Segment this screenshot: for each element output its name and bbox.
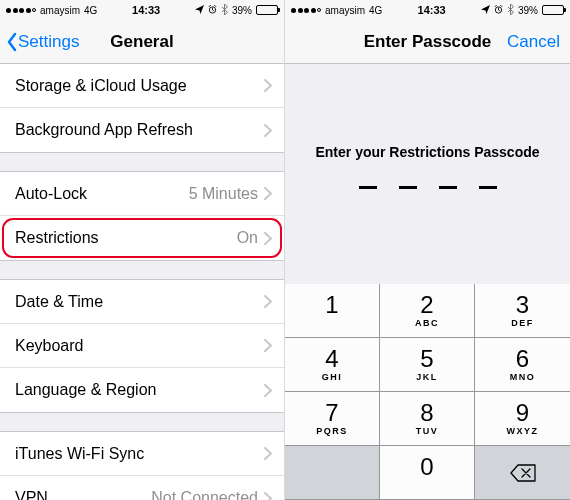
key-letters: PQRS	[316, 426, 348, 436]
keypad-key-1[interactable]: 1	[285, 284, 380, 338]
settings-cell[interactable]: VPNNot Connected	[0, 476, 284, 500]
chevron-right-icon	[264, 492, 272, 501]
key-number: 6	[516, 347, 529, 371]
key-number: 5	[420, 347, 433, 371]
settings-group: Auto-Lock5 MinutesRestrictionsOn	[0, 171, 284, 261]
chevron-right-icon	[264, 79, 272, 92]
carrier-label: amaysim	[40, 5, 80, 16]
nav-bar: Settings General	[0, 20, 284, 64]
nav-bar: Enter Passcode Cancel	[285, 20, 570, 64]
key-number: 2	[420, 293, 433, 317]
keypad-key-5[interactable]: 5JKL	[380, 338, 475, 392]
network-label: 4G	[369, 5, 382, 16]
signal-dots-icon	[6, 8, 36, 13]
alarm-icon	[494, 4, 503, 16]
chevron-right-icon	[264, 384, 272, 397]
chevron-right-icon	[264, 124, 272, 137]
key-letters: TUV	[416, 426, 439, 436]
settings-cell[interactable]: Language & Region	[0, 368, 284, 412]
keypad-key-6[interactable]: 6MNO	[475, 338, 570, 392]
keypad-key-3[interactable]: 3DEF	[475, 284, 570, 338]
chevron-right-icon	[264, 187, 272, 200]
key-letters: ABC	[415, 318, 439, 328]
bluetooth-icon	[221, 4, 228, 17]
key-number: 8	[420, 401, 433, 425]
key-letters: DEF	[511, 318, 534, 328]
key-letters: JKL	[416, 372, 438, 382]
settings-cell[interactable]: RestrictionsOn	[0, 216, 284, 260]
battery-icon	[256, 5, 278, 15]
keypad-key-7[interactable]: 7PQRS	[285, 392, 380, 446]
carrier-label: amaysim	[325, 5, 365, 16]
settings-cell[interactable]: Keyboard	[0, 324, 284, 368]
cell-detail: Not Connected	[151, 489, 258, 500]
settings-cell[interactable]: Date & Time	[0, 280, 284, 324]
keypad-blank	[285, 446, 380, 500]
passcode-field	[285, 186, 570, 189]
keypad-key-9[interactable]: 9WXYZ	[475, 392, 570, 446]
passcode-prompt: Enter your Restrictions Passcode	[285, 144, 570, 160]
keypad-key-4[interactable]: 4GHI	[285, 338, 380, 392]
backspace-icon	[510, 464, 536, 482]
chevron-left-icon	[6, 32, 18, 52]
back-button[interactable]: Settings	[6, 32, 79, 52]
status-bar: amaysim 4G 14:33 39%	[285, 0, 570, 20]
battery-percent: 39%	[518, 5, 538, 16]
key-number: 0	[420, 455, 433, 479]
settings-cell[interactable]: Background App Refresh	[0, 108, 284, 152]
alarm-icon	[208, 4, 217, 16]
settings-group: iTunes Wi-Fi SyncVPNNot Connected	[0, 431, 284, 500]
cell-label: Restrictions	[15, 229, 99, 247]
cancel-button[interactable]: Cancel	[507, 32, 560, 52]
passcode-dash	[479, 186, 497, 189]
key-letters: GHI	[322, 372, 343, 382]
clock-label: 14:33	[418, 4, 446, 16]
chevron-right-icon	[264, 339, 272, 352]
key-number: 3	[516, 293, 529, 317]
clock-label: 14:33	[132, 4, 160, 16]
chevron-right-icon	[264, 295, 272, 308]
phone-passcode: amaysim 4G 14:33 39% Enter Passcode Ca	[285, 0, 570, 500]
key-number: 7	[325, 401, 338, 425]
keypad-delete[interactable]	[475, 446, 570, 500]
location-icon	[481, 4, 490, 16]
passcode-dash	[439, 186, 457, 189]
status-bar: amaysim 4G 14:33 39%	[0, 0, 284, 20]
keypad-key-2[interactable]: 2ABC	[380, 284, 475, 338]
cell-label: Storage & iCloud Usage	[15, 77, 187, 95]
settings-group: Date & TimeKeyboardLanguage & Region	[0, 279, 284, 413]
settings-cell[interactable]: Auto-Lock5 Minutes	[0, 172, 284, 216]
keypad-key-8[interactable]: 8TUV	[380, 392, 475, 446]
settings-cell[interactable]: iTunes Wi-Fi Sync	[0, 432, 284, 476]
phone-settings: amaysim 4G 14:33 39% Setti	[0, 0, 285, 500]
cell-label: Date & Time	[15, 293, 103, 311]
settings-cell[interactable]: Storage & iCloud Usage	[0, 64, 284, 108]
key-number: 9	[516, 401, 529, 425]
passcode-dash	[399, 186, 417, 189]
cell-label: Keyboard	[15, 337, 84, 355]
key-letters: MNO	[510, 372, 536, 382]
back-label: Settings	[18, 32, 79, 52]
keypad-key-0[interactable]: 0	[380, 446, 475, 500]
numeric-keypad: 12ABC3DEF4GHI5JKL6MNO7PQRS8TUV9WXYZ0	[285, 284, 570, 500]
cell-label: Language & Region	[15, 381, 156, 399]
network-label: 4G	[84, 5, 97, 16]
passcode-dash	[359, 186, 377, 189]
battery-percent: 39%	[232, 5, 252, 16]
chevron-right-icon	[264, 447, 272, 460]
key-letters: WXYZ	[507, 426, 539, 436]
key-number: 4	[325, 347, 338, 371]
cell-label: Background App Refresh	[15, 121, 193, 139]
signal-dots-icon	[291, 8, 321, 13]
battery-icon	[542, 5, 564, 15]
settings-table[interactable]: Storage & iCloud UsageBackground App Ref…	[0, 64, 284, 500]
page-title: General	[110, 32, 173, 52]
key-number: 1	[325, 293, 338, 317]
cell-detail: 5 Minutes	[189, 185, 258, 203]
page-title: Enter Passcode	[364, 32, 492, 52]
cell-label: iTunes Wi-Fi Sync	[15, 445, 144, 463]
cell-label: Auto-Lock	[15, 185, 87, 203]
bluetooth-icon	[507, 4, 514, 17]
chevron-right-icon	[264, 232, 272, 245]
cell-label: VPN	[15, 489, 48, 500]
